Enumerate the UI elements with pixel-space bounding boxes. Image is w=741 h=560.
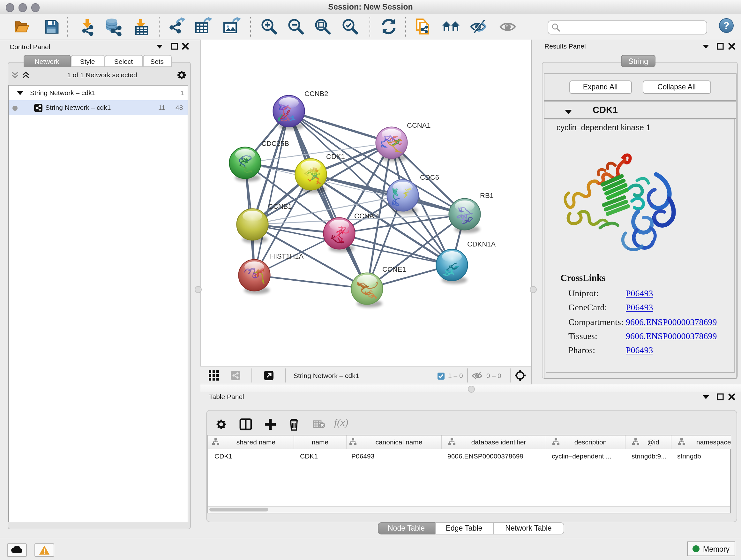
svg-text:CCNB1: CCNB1 xyxy=(268,202,292,210)
svg-text:CDK1: CDK1 xyxy=(326,152,345,161)
svg-text:CCNB2: CCNB2 xyxy=(305,90,328,98)
svg-text:HIST1H1A: HIST1H1A xyxy=(270,252,304,260)
svg-text:CDKN1A: CDKN1A xyxy=(467,240,496,248)
svg-text:?: ? xyxy=(723,20,730,31)
svg-text:CDC6: CDC6 xyxy=(420,173,439,181)
svg-text:CCNE1: CCNE1 xyxy=(382,265,406,273)
svg-text:RB1: RB1 xyxy=(480,192,494,199)
svg-text:CCNA1: CCNA1 xyxy=(407,121,431,129)
svg-text:CDC25B: CDC25B xyxy=(261,139,289,147)
svg-text:CCNA2: CCNA2 xyxy=(354,212,378,220)
